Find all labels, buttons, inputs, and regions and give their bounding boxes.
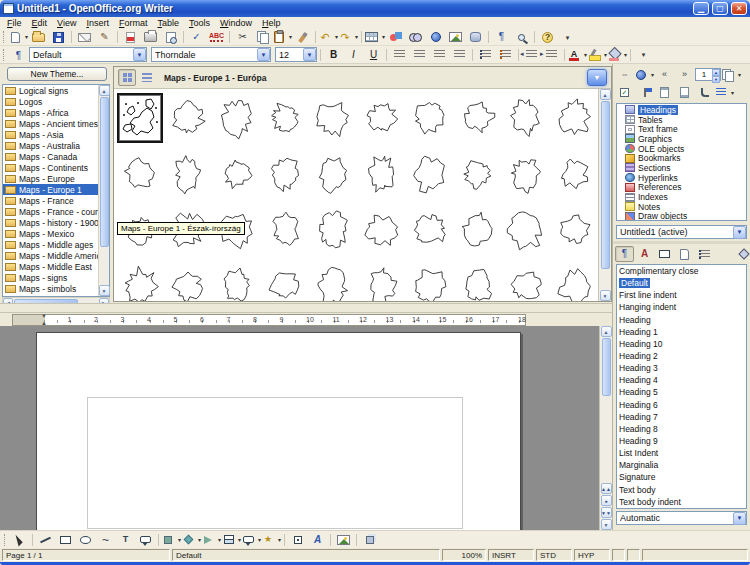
gallery-item[interactable] <box>116 258 164 301</box>
document-selector-combo[interactable]: Untitled1 (active) ▼ <box>616 225 747 239</box>
panel-splitter[interactable] <box>613 241 750 244</box>
dropdown-arrow-icon[interactable]: ▾ <box>25 33 28 40</box>
status-hyperlink-mode[interactable]: HYP <box>574 549 610 561</box>
toolbar-grip[interactable] <box>3 31 6 43</box>
heading-levels-button[interactable]: ▾ <box>715 85 734 101</box>
style-item[interactable]: Heading 6 <box>617 400 746 412</box>
dropdown-arrow-icon[interactable]: ▾ <box>604 51 607 58</box>
navigator-item[interactable]: References <box>617 183 746 193</box>
style-item[interactable]: Heading 2 <box>617 351 746 363</box>
paragraph-styles-button[interactable]: ¶ <box>615 246 634 262</box>
gallery-item[interactable] <box>502 146 550 202</box>
scrollbar-thumb[interactable] <box>601 101 610 269</box>
scroll-down-icon[interactable]: ▼ <box>601 519 612 530</box>
gallery-theme-item[interactable]: Maps - Continents <box>3 162 98 173</box>
stars-button[interactable]: ★▾ <box>262 532 281 548</box>
gallery-item[interactable] <box>454 202 502 258</box>
status-zoom[interactable]: 100% <box>442 549 486 561</box>
page-spinbox[interactable]: 1▲▼ <box>695 68 721 81</box>
spinbox-arrows[interactable]: ▲▼ <box>712 69 720 80</box>
gallery-item[interactable] <box>261 146 309 202</box>
frame-styles-button[interactable] <box>655 246 674 262</box>
scroll-up-icon[interactable]: ▲ <box>99 85 110 96</box>
navigator-item[interactable]: Graphics <box>617 134 746 144</box>
gallery-item[interactable] <box>261 90 309 146</box>
dropdown-arrow-icon[interactable]: ▾ <box>584 51 587 58</box>
show-draw-functions-button[interactable] <box>386 29 405 45</box>
paragraph-style-combo[interactable]: Default ▼ <box>29 47 147 62</box>
style-item[interactable]: Complimentary close <box>617 266 746 278</box>
style-item[interactable]: Heading 8 <box>617 424 746 436</box>
style-item[interactable]: First line indent <box>617 290 746 302</box>
gallery-theme-item[interactable]: Maps - Europe <box>3 173 98 184</box>
dropdown-arrow-icon[interactable]: ▾ <box>651 71 654 78</box>
gallery-item[interactable] <box>116 90 164 146</box>
close-button[interactable]: ✕ <box>731 2 747 15</box>
help-button[interactable]: ? <box>538 29 557 45</box>
format-paintbrush-button[interactable] <box>293 29 312 45</box>
freeform-line-button[interactable]: ~ <box>96 532 115 548</box>
align-left-button[interactable] <box>390 47 409 63</box>
previous-page-button[interactable]: ▲▲ <box>601 483 612 494</box>
maximize-button[interactable]: ▢ <box>712 2 728 15</box>
style-filter-combo[interactable]: Automatic ▼ <box>616 511 747 525</box>
dropdown-arrow-icon[interactable]: ▾ <box>335 33 338 40</box>
styles-window-button[interactable]: ¶ <box>9 48 28 64</box>
from-file-button[interactable] <box>334 532 353 548</box>
gallery-theme-item[interactable]: Maps - France - countries <box>3 207 98 218</box>
dropdown-arrow-icon[interactable]: ▾ <box>198 536 201 543</box>
style-item[interactable]: Heading 7 <box>617 412 746 424</box>
menu-file[interactable]: File <box>2 17 27 29</box>
list-styles-button[interactable] <box>695 246 714 262</box>
style-item[interactable]: Text body indent <box>617 497 746 509</box>
style-item[interactable]: Heading 1 <box>617 327 746 339</box>
dropdown-arrow-icon[interactable]: ▾ <box>258 536 261 543</box>
line-button[interactable] <box>36 532 55 548</box>
gallery-item[interactable] <box>309 202 357 258</box>
gallery-theme-item[interactable]: Maps - Mexico <box>3 229 98 240</box>
previous-button[interactable]: « <box>655 67 674 83</box>
increase-indent-button[interactable] <box>542 47 561 63</box>
title-bar[interactable]: Untitled1 - OpenOffice.org Writer ▁ ▢ ✕ <box>0 0 750 17</box>
gallery-item[interactable] <box>406 258 454 301</box>
style-item[interactable]: Marginalia <box>617 460 746 472</box>
dropdown-arrow-icon[interactable]: ▾ <box>731 89 734 96</box>
scrollbar-thumb[interactable] <box>602 338 611 396</box>
redo-button[interactable]: ↷▾ <box>339 29 358 45</box>
gallery-theme-item[interactable]: Maps - Middle America <box>3 251 98 262</box>
flowchart-button[interactable]: ▾ <box>222 532 241 548</box>
insert-table-button[interactable]: ▾ <box>365 29 385 45</box>
content-view-button[interactable] <box>615 85 634 101</box>
autospellcheck-button[interactable] <box>207 29 226 45</box>
document-as-email-button[interactable] <box>75 29 94 45</box>
style-item[interactable]: Default <box>617 278 746 290</box>
gallery-item[interactable] <box>164 146 212 202</box>
gallery-scrollbar[interactable]: ▲ ▼ <box>598 89 611 301</box>
toggle-button[interactable]: ⇔ <box>615 67 634 83</box>
style-item[interactable]: Heading 5 <box>617 387 746 399</box>
toolbar-grip[interactable] <box>3 49 6 61</box>
data-sources-button[interactable] <box>466 29 485 45</box>
symbol-shapes-button[interactable]: ▾ <box>182 532 201 548</box>
gallery-theme-item[interactable]: Logos <box>3 96 98 107</box>
style-item[interactable]: Text body <box>617 485 746 497</box>
new-document-button[interactable]: ▾ <box>9 29 28 45</box>
style-item[interactable]: Heading 3 <box>617 363 746 375</box>
gallery-item[interactable] <box>116 146 164 202</box>
gallery-theme-item[interactable]: Maps - Ancient times <box>3 118 98 129</box>
toolbar-options-button[interactable]: ▾ <box>634 47 653 63</box>
toolbar-options-button[interactable]: ▾ <box>558 29 577 45</box>
find-replace-button[interactable] <box>406 29 425 45</box>
gallery-item[interactable] <box>309 90 357 146</box>
dropdown-arrow-icon[interactable]: ▼ <box>733 226 746 239</box>
menu-format[interactable]: Format <box>114 17 153 29</box>
navigator-item[interactable]: OLE objects <box>617 144 746 154</box>
gallery-item[interactable] <box>406 90 454 146</box>
align-center-button[interactable] <box>410 47 429 63</box>
gallery-item[interactable] <box>213 258 261 301</box>
gallery-item[interactable] <box>551 258 598 301</box>
document-page[interactable] <box>36 332 521 530</box>
scroll-down-icon[interactable]: ▼ <box>99 285 110 296</box>
print-file-button[interactable] <box>141 29 160 45</box>
navigator-item[interactable]: Indexes <box>617 192 746 202</box>
